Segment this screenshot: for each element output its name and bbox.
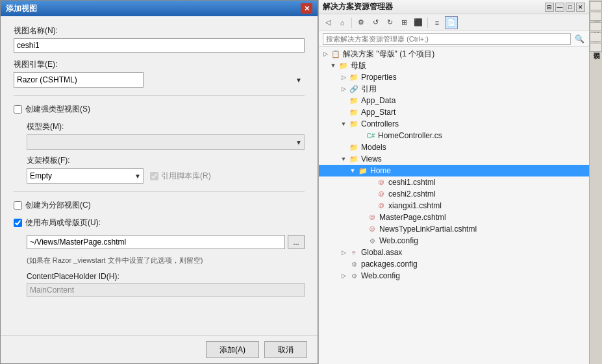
model-class-select[interactable] — [27, 134, 305, 150]
solution-tree: ▷ 📋 解决方案 "母版" (1 个项目) ▼ 📁 母版 ▷ 📁 Propert… — [319, 47, 589, 364]
xiangxi1-icon: @ — [376, 200, 386, 211]
use-layout-checkbox[interactable] — [14, 219, 22, 227]
toolbar-property-button[interactable]: ≡ — [431, 16, 444, 29]
toolbar-refresh2-button[interactable]: ↻ — [383, 16, 396, 29]
toolbar-settings-button[interactable]: ⚙ — [355, 16, 368, 29]
partial-view-row: 创建为分部视图(C) — [14, 200, 305, 211]
view-name-input[interactable] — [14, 38, 305, 53]
tree-item-newstypelink[interactable]: ▷ @ NewsTypeLinkPartial.cshtml — [319, 223, 589, 235]
contentplaceholder-input[interactable] — [27, 283, 305, 297]
tree-item-appstart[interactable]: ▷ 📁 App_Start — [319, 106, 589, 118]
scaffold-template-label: 支架模板(F): — [27, 155, 305, 166]
reference-scripts-checkbox[interactable] — [150, 172, 158, 180]
ceshi1-expand-icon: ▷ — [366, 179, 376, 186]
tree-item-solution[interactable]: ▷ 📋 解决方案 "母版" (1 个项目) — [319, 48, 589, 60]
webconfig-root-expand-icon: ▷ — [338, 273, 349, 279]
view-engine-row: 视图引擎(E): Razor (CSHTML) ASPX (C#) ASPX (… — [14, 59, 305, 88]
scaffold-select[interactable]: Empty Create Delete Details Edit List — [27, 168, 144, 184]
global-asax-label: Global.asax — [361, 248, 402, 257]
toolbar-back-button[interactable]: ◁ — [321, 16, 334, 29]
pin-button[interactable]: ⊟ — [545, 3, 554, 12]
toolbar-collapse-button[interactable]: ⊞ — [397, 16, 410, 29]
models-icon: 📁 — [349, 142, 359, 152]
dialog-body: 视图名称(N): 视图引擎(E): Razor (CSHTML) ASPX (C… — [1, 16, 318, 335]
view-engine-arrow-icon: ▼ — [295, 77, 302, 84]
browse-button[interactable]: ... — [288, 235, 305, 249]
home-label: Home — [370, 166, 391, 175]
newstypelink-expand-icon: ▷ — [357, 226, 367, 232]
tree-item-homecontroller[interactable]: ▷ C# HomeController.cs — [319, 130, 589, 141]
dialog-close-button[interactable]: ✕ — [301, 3, 312, 14]
close-panel-button[interactable]: ✕ — [576, 3, 585, 12]
references-expand-icon: ▷ — [338, 86, 349, 92]
dialog-footer: 添加(A) 取消 — [1, 335, 318, 363]
hint-text: (如果在 Razor _viewstart 文件中设置了此选项，则留空) — [27, 256, 305, 265]
strongly-typed-checkbox[interactable] — [14, 105, 22, 114]
side-tab-debug[interactable]: 调试 — [590, 1, 602, 10]
toolbar-new-button[interactable]: ⬛ — [412, 16, 425, 29]
ceshi2-expand-icon: ▷ — [366, 191, 376, 197]
tree-item-appdata[interactable]: ▷ 📁 App_Data — [319, 95, 589, 106]
strongly-typed-row: 创建强类型视图(S) — [14, 104, 305, 115]
search-button[interactable]: 🔍 — [573, 33, 585, 45]
project-expand-icon: ▼ — [328, 62, 338, 69]
solution-search-row: 🔍 — [319, 31, 589, 47]
side-tab-errorlist[interactable]: 错误列表 — [590, 43, 602, 52]
reference-scripts-label: 引用脚本库(R) — [161, 171, 211, 182]
tree-item-global-asax[interactable]: ▷ ≡ Global.asax — [319, 247, 589, 258]
models-expand-icon: ▷ — [338, 144, 349, 151]
homecontroller-expand-icon: ▷ — [355, 132, 366, 139]
tree-item-ceshi1[interactable]: ▷ @ ceshi1.cshtml — [319, 176, 589, 188]
tree-item-webconfig-views[interactable]: ▷ ⚙ Web.config — [319, 235, 589, 247]
side-icon-strip: 调试 运行 错误 输出 错误列表 — [589, 0, 602, 364]
tree-item-packages-config[interactable]: ▷ ⚙ packages.config — [319, 258, 589, 270]
appstart-expand-icon: ▷ — [338, 109, 349, 115]
tree-item-project[interactable]: ▼ 📁 母版 — [319, 60, 589, 71]
toolbar-home-button[interactable]: ⌂ — [336, 16, 349, 29]
xiangxi1-expand-icon: ▷ — [366, 202, 376, 209]
ceshi1-label: ceshi1.cshtml — [388, 178, 436, 187]
tree-item-references[interactable]: ▷ 🔗 引用 — [319, 83, 589, 95]
solution-explorer-panel: 解决方案资源管理器 ⊟ — □ ✕ ◁ ⌂ ⚙ ↺ ↻ ⊞ ⬛ ≡ 📄 🔍 — [318, 0, 589, 364]
toolbar-view-button[interactable]: 📄 — [445, 16, 458, 29]
masterpage-input[interactable] — [27, 235, 285, 249]
search-input[interactable] — [323, 33, 571, 45]
maximize-button[interactable]: □ — [566, 3, 575, 12]
cancel-button[interactable]: 取消 — [264, 341, 307, 358]
tree-item-masterpage[interactable]: ▷ @ MasterPage.cshtml — [319, 212, 589, 223]
strongly-typed-label: 创建强类型视图(S) — [25, 104, 90, 115]
dialog-titlebar: 添加视图 ✕ — [1, 1, 318, 16]
minimize-button[interactable]: — — [555, 3, 564, 12]
side-tab-output[interactable]: 输出 — [590, 32, 602, 42]
tree-item-models[interactable]: ▷ 📁 Models — [319, 141, 589, 153]
divider-2 — [14, 191, 305, 192]
views-icon: 📁 — [349, 154, 359, 164]
toolbar-refresh-button[interactable]: ↺ — [369, 16, 382, 29]
tree-item-ceshi2[interactable]: ▷ @ ceshi2.cshtml — [319, 188, 589, 200]
solution-expand-icon: ▷ — [320, 51, 331, 57]
tree-item-properties[interactable]: ▷ 📁 Properties — [319, 71, 589, 83]
tree-item-home[interactable]: ▼ 📁 Home — [319, 165, 589, 176]
contentplaceholder-label: ContentPlaceHolder ID(H): — [27, 272, 305, 281]
tree-item-xiangxi1[interactable]: ▷ @ xiangxi1.cshtml — [319, 200, 589, 212]
tree-item-webconfig-root[interactable]: ▷ ⚙ Web.config — [319, 270, 589, 282]
controllers-expand-icon: ▼ — [338, 121, 349, 127]
side-tab-error[interactable]: 错误 — [590, 22, 602, 31]
ceshi2-label: ceshi2.cshtml — [388, 189, 436, 199]
use-layout-row: 使用布局或母版页(U): — [14, 217, 305, 228]
xiangxi1-label: xiangxi1.cshtml — [388, 201, 442, 210]
tree-item-controllers[interactable]: ▼ 📁 Controllers — [319, 118, 589, 130]
references-label: 引用 — [361, 84, 377, 95]
reference-scripts-row: 引用脚本库(R) — [150, 171, 211, 182]
model-class-row: 模型类(M): ▼ — [27, 121, 305, 150]
side-tab-run[interactable]: 运行 — [590, 12, 602, 21]
tree-item-views[interactable]: ▼ 📁 Views — [319, 153, 589, 165]
webconfig-views-label: Web.config — [379, 236, 418, 245]
add-button[interactable]: 添加(A) — [206, 341, 259, 358]
solution-icon: 📋 — [331, 49, 341, 59]
partial-view-checkbox[interactable] — [14, 201, 22, 210]
homecontroller-label: HomeController.cs — [378, 131, 442, 140]
view-engine-select[interactable]: Razor (CSHTML) ASPX (C#) ASPX (VB) — [14, 72, 144, 88]
masterpage-input-row: ... — [27, 235, 305, 249]
model-section: 模型类(M): ▼ 支架模板(F): Empty Create Delete — [27, 121, 305, 184]
